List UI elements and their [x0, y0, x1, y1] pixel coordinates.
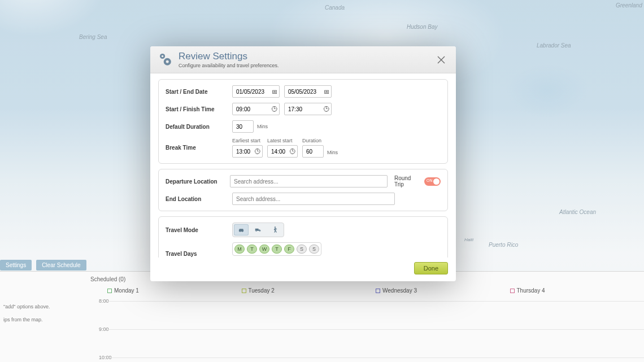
- hour-line: [107, 301, 644, 302]
- travel-mode-group: [232, 223, 284, 237]
- start-date-input[interactable]: [232, 85, 280, 98]
- hour-line: [107, 329, 644, 330]
- label: Break Time: [166, 145, 232, 151]
- modal-title: Review Settings: [179, 51, 279, 62]
- day-header: Tuesday 2: [242, 287, 376, 294]
- mode-truck[interactable]: [251, 224, 266, 235]
- break-latest-input[interactable]: [267, 145, 298, 158]
- close-button[interactable]: [434, 53, 448, 67]
- sublabel: Earliest start: [232, 138, 263, 143]
- start-time-input[interactable]: [232, 103, 280, 115]
- day-mon[interactable]: M: [234, 245, 245, 254]
- modal-subtitle: Configure availability and travel prefer…: [179, 63, 279, 68]
- label: Departure Location: [166, 178, 230, 185]
- round-trip-label: Round Trip: [394, 175, 421, 187]
- end-date-input[interactable]: [284, 85, 332, 98]
- label: Start / Finish Time: [166, 106, 232, 112]
- default-duration-input[interactable]: [232, 120, 254, 133]
- day-header: Thursday 4: [510, 287, 645, 294]
- gear-icon: [158, 53, 173, 67]
- location-section: Departure Location Round Trip ON End Loc…: [158, 169, 448, 211]
- dates-section: Start / End Date 📅︎ 📅︎ Start / Finish Ti…: [158, 79, 448, 164]
- svg-point-1: [166, 60, 169, 63]
- departure-input[interactable]: [230, 175, 388, 187]
- svg-point-3: [162, 55, 163, 56]
- modal-footer: Done: [150, 258, 456, 281]
- day-wed[interactable]: W: [259, 245, 269, 254]
- day-header: Wednesday 3: [376, 287, 510, 294]
- label: Start / End Date: [166, 89, 232, 95]
- day-thu[interactable]: T: [272, 245, 282, 254]
- done-button[interactable]: Done: [414, 262, 448, 274]
- sublabel: Duration: [302, 138, 324, 143]
- unit-label: Mins: [257, 124, 268, 129]
- day-fri[interactable]: F: [284, 245, 294, 254]
- travel-section: Travel Mode Travel Days: [158, 216, 448, 258]
- schedule-panel: Scheduled (0) "add" options above. ips f…: [0, 271, 644, 362]
- day-sat[interactable]: S: [297, 245, 307, 254]
- break-earliest-input[interactable]: [232, 145, 263, 158]
- review-settings-modal: Review Settings Configure availability a…: [150, 46, 456, 281]
- label: Default Duration: [166, 124, 232, 130]
- schedule-tab[interactable]: Scheduled (0): [90, 276, 125, 282]
- label: Travel Mode: [166, 227, 232, 233]
- clear-schedule-button[interactable]: Clear Schedule: [36, 260, 86, 271]
- label: Travel Days: [166, 251, 232, 257]
- settings-button[interactable]: Settings: [0, 260, 32, 271]
- round-trip-toggle[interactable]: ON: [424, 177, 441, 186]
- end-location-input[interactable]: [232, 193, 395, 205]
- day-tue[interactable]: T: [247, 245, 257, 254]
- unit-label: Mins: [327, 150, 338, 155]
- modal-header: Review Settings Configure availability a…: [150, 46, 456, 73]
- svg-point-4: [275, 226, 276, 228]
- hour-line: [107, 357, 644, 358]
- travel-days-group: M T W T F S S: [232, 242, 321, 256]
- day-header-row: Monday 1 Tuesday 2 Wednesday 3 Thursday …: [107, 287, 644, 294]
- mode-walk[interactable]: [268, 224, 282, 235]
- day-header: Monday 1: [107, 287, 242, 294]
- finish-time-input[interactable]: [284, 103, 332, 115]
- sublabel: Latest start: [267, 138, 298, 143]
- mode-car[interactable]: [234, 224, 249, 235]
- label: End Location: [166, 196, 232, 202]
- break-duration-input[interactable]: [302, 145, 324, 158]
- hint-text: "add" options above. ips from the map.: [0, 300, 85, 326]
- day-sun[interactable]: S: [309, 245, 319, 254]
